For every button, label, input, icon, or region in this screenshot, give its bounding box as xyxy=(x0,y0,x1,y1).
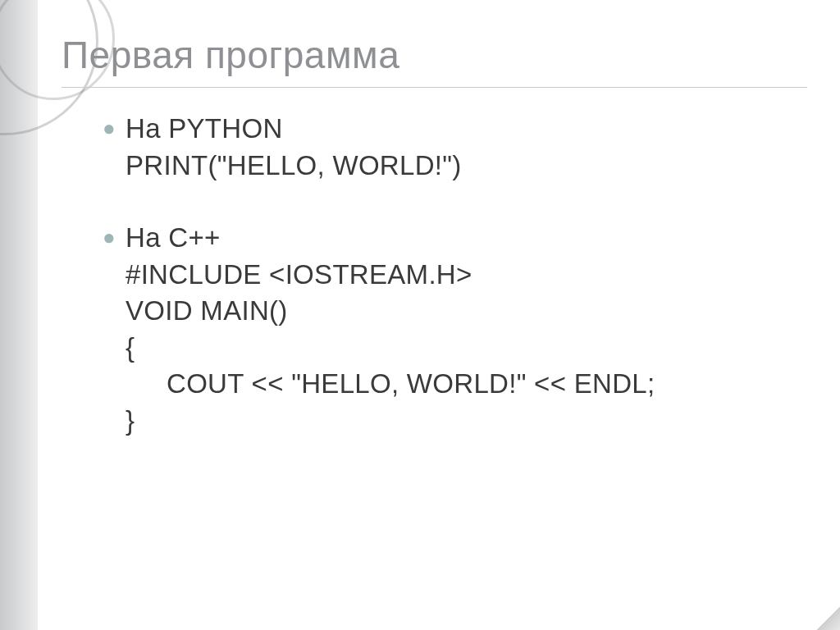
bullet-icon: ● xyxy=(103,226,114,248)
code-line: #INCLUDE <IOSTREAM.H> xyxy=(103,257,807,294)
code-line: PRINT("HELLO, WORLD!") xyxy=(103,148,807,185)
slide-content: Первая программа ● На PYTHON PRINT("HELL… xyxy=(62,33,807,439)
bullet-item: ● На PYTHON xyxy=(103,111,807,148)
page-curl-icon xyxy=(817,607,840,630)
bullet-icon: ● xyxy=(103,117,114,139)
code-line: { xyxy=(103,330,807,367)
title-underline xyxy=(62,87,807,88)
bullet-heading: На PYTHON xyxy=(126,111,283,148)
code-line: } xyxy=(103,403,807,440)
code-line: COUT << "HELLO, WORLD!" << ENDL; xyxy=(103,366,807,403)
bullet-item: ● На C++ xyxy=(103,220,807,257)
slide-title: Первая программа xyxy=(62,33,807,77)
bullet-heading: На C++ xyxy=(126,220,221,257)
spacer xyxy=(103,184,807,220)
body-content: ● На PYTHON PRINT("HELLO, WORLD!") ● На … xyxy=(62,111,807,439)
code-line: VOID MAIN() xyxy=(103,293,807,330)
